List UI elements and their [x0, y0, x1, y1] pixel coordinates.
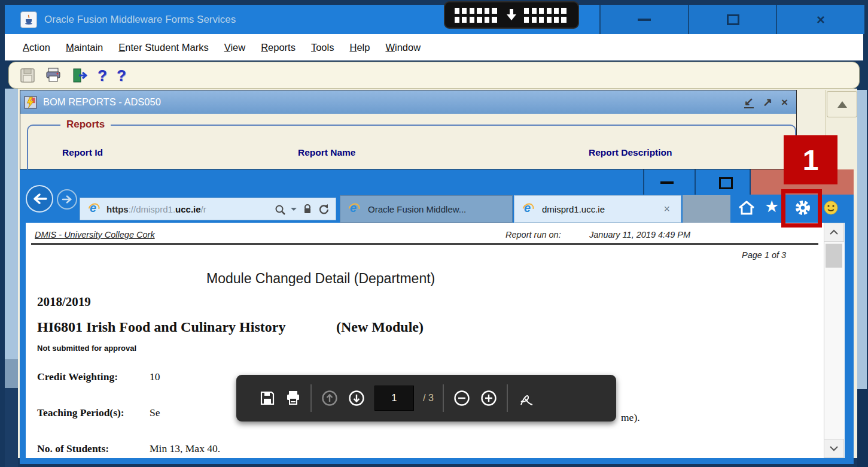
- field-value-fragment: me).: [621, 411, 640, 424]
- oracle-minimize-button[interactable]: [599, 5, 688, 34]
- url-text: https://dmisprd1.ucc.ie/r: [106, 204, 206, 214]
- print-icon[interactable]: [45, 67, 62, 84]
- dash-row: [524, 17, 568, 23]
- tab-oracle-fusion[interactable]: e Oracle Fusion Middlew...: [340, 195, 513, 223]
- url-scheme: https: [106, 204, 129, 214]
- menu-help[interactable]: Help: [349, 42, 370, 53]
- ie-scrollbar-thumb[interactable]: [826, 244, 842, 268]
- ie-scroll-down-button[interactable]: [824, 439, 844, 458]
- help-icon-2[interactable]: ?: [117, 68, 126, 83]
- dash-row: [455, 8, 499, 14]
- field-value: 10: [150, 371, 160, 383]
- forms-toolbar: ? ?: [8, 62, 860, 89]
- bom-minimize-icon[interactable]: ↙: [744, 96, 754, 108]
- pdf-page-down-icon[interactable]: [348, 389, 366, 407]
- pdf-zoom-out-icon[interactable]: [453, 389, 471, 407]
- forms-scrollbar-up-button[interactable]: [827, 91, 857, 117]
- ie-maximize-button[interactable]: [719, 177, 733, 189]
- pdf-page-up-icon[interactable]: [321, 389, 339, 407]
- search-icon[interactable]: [275, 204, 285, 215]
- exit-icon[interactable]: [71, 67, 88, 84]
- scroll-up-icon: [829, 229, 839, 235]
- scroll-up-icon: [837, 101, 847, 108]
- ie-scroll-up-button[interactable]: [824, 223, 844, 242]
- bom-reports-window: BOM REPORTS - ADS050 ↙ ↗ × Reports Repor…: [20, 90, 797, 169]
- bom-titlebar[interactable]: BOM REPORTS - ADS050 ↙ ↗ ×: [20, 90, 796, 114]
- column-report-description: Report Description: [589, 147, 672, 158]
- badge-number: 1: [803, 144, 819, 177]
- field-label: No. of Students:: [37, 442, 109, 455]
- separator: [643, 169, 644, 195]
- annotation-step-badge: 1: [784, 135, 837, 184]
- forward-button[interactable]: [57, 189, 77, 210]
- doc-module-heading: HI6801 Irish Food and Culinary History: [37, 319, 285, 335]
- dash-row: [455, 17, 499, 23]
- oracle-maximize-button[interactable]: [688, 5, 776, 34]
- menu-tools[interactable]: Tools: [311, 42, 334, 53]
- ie-logo-letter: e: [90, 201, 96, 215]
- divider: [507, 384, 508, 412]
- chevron-down-icon[interactable]: [291, 208, 297, 214]
- pdf-page-input[interactable]: 1: [374, 386, 414, 411]
- java-icon: [20, 11, 37, 28]
- tab-close-icon[interactable]: ×: [663, 203, 670, 216]
- pdf-zoom-in-icon[interactable]: [480, 389, 498, 407]
- doc-approval-status: Not submitted for approval: [37, 344, 136, 353]
- menu-maintain[interactable]: Maintain: [66, 42, 103, 53]
- adobe-acrobat-icon[interactable]: [517, 390, 535, 407]
- favorites-star-icon[interactable]: ★: [765, 197, 779, 216]
- menu-window[interactable]: Window: [385, 42, 421, 53]
- tab-label: Oracle Fusion Middlew...: [368, 204, 466, 214]
- separator: [695, 169, 696, 195]
- tab-dmisprd1[interactable]: e dmisprd1.ucc.ie ×: [514, 195, 681, 223]
- pdf-print-icon[interactable]: [285, 390, 301, 407]
- bom-restore-icon[interactable]: ↗: [763, 95, 772, 109]
- doc-page-info: Page 1 of 3: [742, 250, 786, 260]
- field-label: Credit Weighting:: [37, 371, 118, 383]
- address-bar[interactable]: e https://dmisprd1.ucc.ie/r: [80, 198, 336, 220]
- menu-view[interactable]: View: [224, 42, 245, 53]
- right-scroll-strip[interactable]: [857, 90, 867, 389]
- ie-logo-icon: e: [87, 202, 102, 216]
- pdf-document-page: [26, 223, 824, 458]
- close-icon: ×: [817, 13, 825, 27]
- doc-title: Module Changed Detail (Department): [206, 271, 435, 287]
- url-path: /r: [201, 204, 206, 214]
- divider: [310, 384, 312, 412]
- oracle-close-button[interactable]: ×: [776, 5, 864, 34]
- url-host: dmisprd1.: [136, 204, 175, 214]
- menu-bar: Action Maintain Enter Student Marks View…: [5, 34, 863, 60]
- menu-action[interactable]: Action: [23, 42, 50, 53]
- pdf-save-icon[interactable]: [259, 390, 276, 407]
- dash-row: [524, 8, 568, 14]
- column-report-name: Report Name: [298, 147, 355, 158]
- back-button[interactable]: [26, 185, 53, 213]
- refresh-icon[interactable]: [318, 204, 330, 216]
- help-icon[interactable]: ?: [98, 68, 107, 83]
- bom-window-controls: ↙ ↗ ×: [744, 90, 788, 114]
- url-separator: ://: [129, 204, 136, 214]
- reports-group-label: Reports: [60, 119, 111, 131]
- menu-reports[interactable]: Reports: [261, 42, 296, 53]
- left-scroll-strip-thumb[interactable]: [5, 359, 18, 388]
- smiley-icon[interactable]: [823, 200, 839, 216]
- left-scroll-strip[interactable]: [5, 89, 18, 359]
- doc-academic-year: 2018/2019: [37, 295, 91, 310]
- screen-recorder-widget[interactable]: [444, 1, 579, 29]
- doc-run-value: January 11, 2019 4:49 PM: [589, 230, 690, 239]
- new-tab-area[interactable]: [683, 195, 730, 223]
- menu-enter-student-marks[interactable]: Enter Student Marks: [118, 42, 208, 53]
- ie-logo-letter: e: [350, 201, 357, 215]
- recorder-dashes-left: [455, 8, 499, 23]
- right-edge: [857, 389, 868, 467]
- bom-close-icon[interactable]: ×: [781, 96, 788, 109]
- ie-minimize-button[interactable]: [660, 181, 674, 184]
- back-arrow-icon: [32, 193, 47, 205]
- home-icon[interactable]: [738, 201, 755, 215]
- java-coffee-icon: [23, 14, 34, 25]
- ie-logo-icon: e: [348, 202, 362, 216]
- divider: [443, 384, 444, 412]
- doc-module-flag: (New Module): [336, 319, 424, 335]
- save-icon[interactable]: [20, 68, 35, 83]
- forward-arrow-icon: [62, 195, 72, 204]
